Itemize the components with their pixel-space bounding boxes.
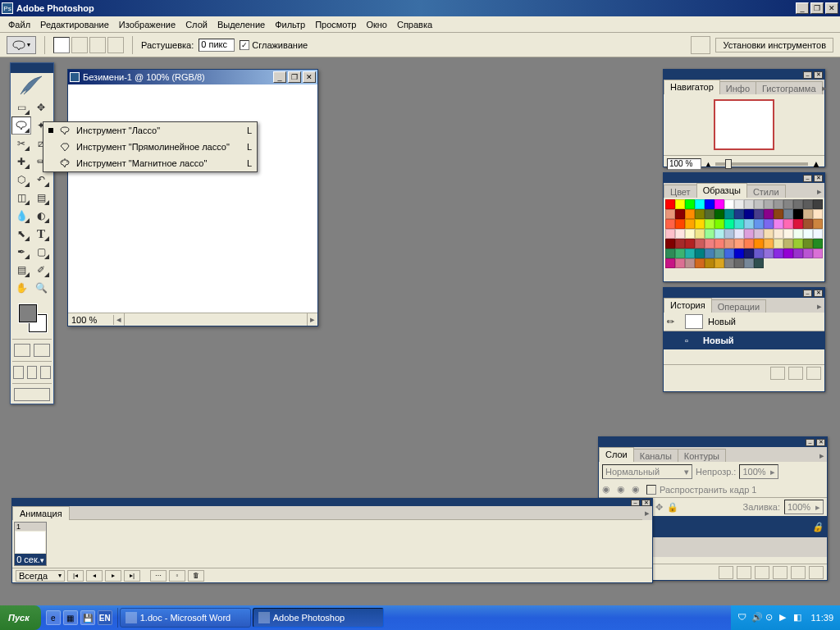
swatch[interactable]	[705, 219, 714, 229]
swatch[interactable]	[685, 229, 695, 239]
path-select-tool[interactable]: ⬉	[11, 225, 31, 243]
swatch[interactable]	[675, 229, 685, 239]
swatch[interactable]	[665, 229, 675, 239]
swatch[interactable]	[744, 229, 754, 239]
swatch[interactable]	[705, 239, 714, 249]
unify-icon1[interactable]: ◉	[602, 484, 614, 495]
swatch[interactable]	[675, 239, 685, 249]
screen-full-menubar[interactable]	[27, 366, 38, 379]
swatch[interactable]	[724, 249, 734, 258]
swatch[interactable]	[665, 199, 675, 209]
swatch[interactable]	[685, 239, 695, 249]
layer-style-button[interactable]	[719, 566, 733, 579]
swatch[interactable]	[783, 199, 793, 209]
task-photoshop[interactable]: Adobe Photoshop	[253, 608, 384, 628]
swatch[interactable]	[695, 199, 705, 209]
foreground-color[interactable]	[19, 304, 37, 322]
color-tab[interactable]: Цвет	[664, 185, 697, 198]
swatch[interactable]	[813, 249, 823, 258]
swatch[interactable]	[705, 258, 714, 268]
doc-minimize-button[interactable]: _	[273, 71, 286, 83]
swatch[interactable]	[685, 199, 695, 209]
zoom-tool[interactable]: 🔍	[31, 279, 51, 297]
duplicate-frame-button[interactable]: ▫	[169, 570, 185, 582]
delete-frame-button[interactable]: 🗑	[188, 570, 204, 582]
swatch[interactable]	[803, 229, 813, 239]
lock-move-icon[interactable]: ✥	[655, 502, 663, 513]
swatch[interactable]	[685, 258, 695, 268]
gradient-tool[interactable]: ▤	[31, 189, 51, 207]
swatch[interactable]	[774, 239, 783, 249]
quickmask-mode[interactable]	[34, 344, 50, 357]
type-tool[interactable]: T	[31, 225, 51, 243]
loop-select[interactable]: Всегда▾	[16, 570, 65, 582]
swatch[interactable]	[764, 249, 774, 258]
antialias-checkbox[interactable]: ✓ Сглаживание	[240, 40, 308, 50]
clock[interactable]: 11:39	[810, 613, 833, 623]
swatch[interactable]	[813, 219, 823, 229]
swatch[interactable]	[705, 229, 714, 239]
swatch[interactable]	[793, 209, 803, 219]
swatch[interactable]	[675, 249, 685, 258]
swatch[interactable]	[675, 209, 685, 219]
swatch[interactable]	[764, 219, 774, 229]
fill-input[interactable]: 100%▸	[784, 500, 824, 514]
swatch[interactable]	[734, 258, 744, 268]
swatch[interactable]	[734, 249, 744, 258]
swatch[interactable]	[744, 199, 754, 209]
swatch[interactable]	[714, 239, 724, 249]
zoom-in-icon[interactable]: ▲	[811, 158, 821, 170]
standard-mode[interactable]	[14, 344, 30, 357]
menu-help[interactable]: Справка	[392, 18, 437, 31]
tray-icon4[interactable]: ▶	[779, 612, 791, 623]
swatch[interactable]	[695, 209, 705, 219]
screen-full[interactable]	[40, 366, 51, 379]
histogram-tab[interactable]: Гистограмма	[756, 81, 823, 94]
animation-tab[interactable]: Анимация	[12, 506, 70, 520]
menu-layer[interactable]: Слой	[180, 18, 212, 31]
swatch[interactable]	[754, 209, 764, 219]
navigator-zoom-input[interactable]: 100 %	[667, 158, 701, 170]
paths-tab[interactable]: Контуры	[678, 449, 726, 462]
document-zoom[interactable]: 100 %	[68, 315, 114, 325]
stamp-tool[interactable]: ⬡	[11, 171, 31, 189]
selection-subtract[interactable]	[89, 37, 106, 53]
swatch[interactable]	[793, 199, 803, 209]
swatch[interactable]	[695, 229, 705, 239]
swatch[interactable]	[734, 199, 744, 209]
panel-close-button[interactable]: ✕	[814, 71, 823, 79]
swatch[interactable]	[724, 219, 734, 229]
panel-menu-icon[interactable]: ▸	[815, 185, 824, 198]
navigator-thumbnail[interactable]	[714, 99, 774, 150]
swatch[interactable]	[803, 249, 813, 258]
layers-tab[interactable]: Слои	[599, 447, 634, 462]
swatch[interactable]	[724, 199, 734, 209]
selection-new[interactable]	[53, 37, 70, 53]
swap-colors-icon[interactable]	[40, 303, 50, 311]
document-titlebar[interactable]: Безимени-1 @ 100% (RGB/8) _ ❐ ✕	[68, 70, 317, 84]
unify-icon3[interactable]: ◉	[632, 484, 643, 495]
swatch[interactable]	[685, 209, 695, 219]
menu-image[interactable]: Изображение	[114, 18, 180, 31]
animation-frame[interactable]: 1 0 сек.▾	[14, 522, 47, 566]
swatch[interactable]	[803, 199, 813, 209]
swatch[interactable]	[754, 249, 764, 258]
panel-close-button[interactable]: ✕	[814, 175, 823, 182]
blur-tool[interactable]: 💧	[11, 207, 31, 225]
document-canvas[interactable]	[68, 84, 317, 313]
swatch[interactable]	[764, 239, 774, 249]
channels-tab[interactable]: Каналы	[633, 449, 678, 462]
selection-add[interactable]	[71, 37, 88, 53]
swatch[interactable]	[813, 239, 823, 249]
lasso-option[interactable]: Инструмент "Лассо" L	[43, 122, 257, 139]
swatch[interactable]	[803, 209, 813, 219]
new-snapshot-button[interactable]	[770, 367, 785, 380]
move-tool[interactable]: ✥	[31, 98, 51, 116]
swatch[interactable]	[734, 239, 744, 249]
swatch[interactable]	[783, 239, 793, 249]
swatch[interactable]	[774, 219, 783, 229]
scroll-right-icon[interactable]: ▸	[308, 314, 317, 325]
navigator-zoom-slider[interactable]	[715, 162, 808, 166]
palette-well-button[interactable]	[691, 36, 710, 54]
play-button[interactable]: ▸	[105, 570, 121, 582]
